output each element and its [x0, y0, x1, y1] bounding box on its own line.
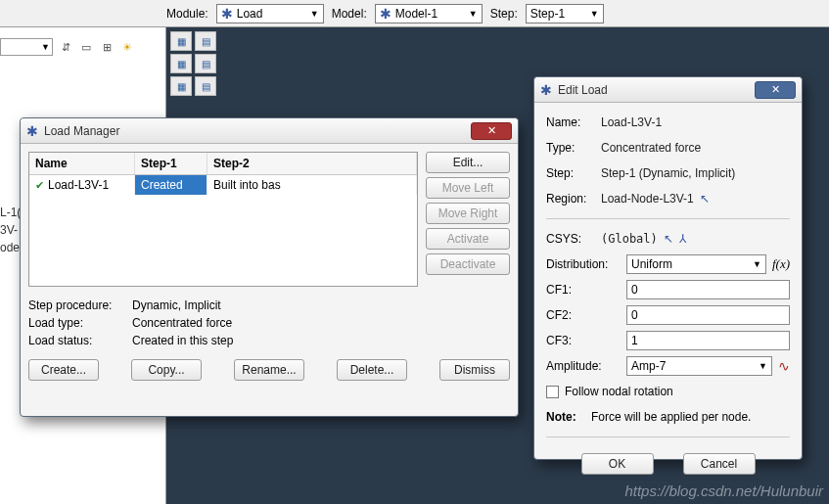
- amplitude-curve-icon[interactable]: ∿: [778, 358, 790, 374]
- pick-csys-icon[interactable]: ↖: [664, 232, 673, 246]
- amplitude-label: Amplitude:: [546, 359, 621, 373]
- palette-btn-5[interactable]: ▦: [170, 76, 192, 96]
- palette-btn-4[interactable]: ▤: [195, 54, 216, 73]
- module-icon: ✱: [221, 7, 233, 21]
- distribution-select[interactable]: Uniform▼: [626, 254, 766, 274]
- folder-icon[interactable]: ▭: [77, 38, 95, 56]
- load-type-value: Concentrated force: [132, 314, 232, 332]
- edit-load-dialog: ✱ Edit Load ✕ Name:Load-L3V-1 Type:Conce…: [533, 76, 803, 460]
- step-label: Step:: [546, 166, 595, 180]
- ok-button[interactable]: OK: [581, 453, 654, 475]
- watermark: https://blog.csdn.net/Hulunbuir: [624, 482, 823, 499]
- close-button[interactable]: ✕: [471, 122, 512, 140]
- row-step2: Built into bas: [207, 175, 417, 195]
- activate-button[interactable]: Activate: [426, 228, 510, 250]
- csys-value: (Global): [601, 232, 658, 246]
- palette-btn-1[interactable]: ▦: [170, 31, 192, 51]
- csys-label: CSYS:: [546, 232, 595, 246]
- updown-icon[interactable]: ⇵: [57, 38, 74, 56]
- region-value: Load-Node-L3V-1: [601, 192, 694, 206]
- chevron-down-icon: ▼: [753, 259, 761, 269]
- dismiss-button[interactable]: Dismiss: [439, 359, 510, 381]
- load-status-label: Load status:: [28, 332, 126, 349]
- close-button[interactable]: ✕: [755, 81, 796, 99]
- cf3-input[interactable]: 1: [626, 331, 790, 350]
- axes-icon[interactable]: ⅄: [679, 232, 686, 246]
- cf3-label: CF3:: [546, 334, 621, 347]
- chevron-down-icon: ▼: [310, 9, 319, 19]
- palette-btn-3[interactable]: ▦: [170, 54, 192, 73]
- type-value: Concentrated force: [601, 141, 701, 155]
- check-icon: ✔: [35, 179, 44, 192]
- app-icon: ✱: [540, 83, 552, 97]
- cf2-label: CF2:: [546, 308, 621, 322]
- tree-icon[interactable]: ⊞: [98, 38, 115, 56]
- top-toolbar: Module: ✱ Load ▼ Model: ✱ Model-1 ▼ Step…: [0, 0, 829, 27]
- edit-load-title: Edit Load: [558, 83, 608, 97]
- step-proc-label: Step procedure:: [28, 297, 126, 314]
- model-tree-fragment: L-1( 3V- ode: [0, 204, 20, 256]
- table-row[interactable]: ✔Load-L3V-1 Created Built into bas: [29, 175, 417, 195]
- module-value: Load: [237, 7, 263, 21]
- move-right-button[interactable]: Move Right: [426, 203, 510, 224]
- chevron-down-icon: ▼: [759, 361, 767, 371]
- step-label: Step:: [490, 7, 518, 21]
- load-type-label: Load type:: [28, 314, 126, 332]
- edit-button[interactable]: Edit...: [426, 152, 510, 173]
- create-button[interactable]: Create...: [28, 359, 99, 381]
- amplitude-value: Amp-7: [631, 359, 666, 373]
- cf1-input[interactable]: 0: [626, 280, 790, 299]
- move-left-button[interactable]: Move Left: [426, 177, 510, 199]
- fx-button[interactable]: f(x): [772, 256, 790, 272]
- palette-btn-6[interactable]: ▤: [195, 76, 216, 96]
- region-label: Region:: [546, 192, 595, 206]
- load-status-value: Created in this step: [132, 332, 233, 349]
- model-value: Model-1: [395, 7, 438, 21]
- step-proc-value: Dynamic, Implicit: [132, 297, 221, 314]
- note-label: Note:: [546, 410, 576, 424]
- load-manager-titlebar[interactable]: ✱ Load Manager ✕: [21, 118, 518, 144]
- row-step1: Created: [135, 175, 207, 195]
- distribution-label: Distribution:: [546, 257, 621, 271]
- follow-nodal-checkbox[interactable]: [546, 386, 559, 398]
- chevron-down-icon: ▼: [590, 9, 599, 19]
- delete-button[interactable]: Delete...: [337, 359, 407, 381]
- col-name[interactable]: Name: [29, 153, 135, 174]
- col-step1[interactable]: Step-1: [135, 153, 207, 174]
- load-manager-dialog: ✱ Load Manager ✕ Name Step-1 Step-2 ✔Loa…: [20, 117, 519, 417]
- chevron-down-icon: ▼: [41, 42, 50, 52]
- load-table: Name Step-1 Step-2 ✔Load-L3V-1 Created B…: [28, 152, 418, 287]
- model-select[interactable]: ✱ Model-1 ▼: [375, 4, 483, 23]
- module-select[interactable]: ✱ Load ▼: [216, 4, 324, 23]
- name-label: Name:: [546, 115, 595, 129]
- step-select[interactable]: Step-1 ▼: [526, 4, 604, 23]
- tool-palette: ▦ ▤ ▦ ▤ ▦ ▤: [168, 29, 219, 98]
- step-value: Step-1 (Dynamic, Implicit): [601, 166, 735, 180]
- edit-load-titlebar[interactable]: ✱ Edit Load ✕: [534, 77, 802, 103]
- app-icon: ✱: [26, 124, 38, 138]
- col-step2[interactable]: Step-2: [207, 153, 417, 174]
- cf1-label: CF1:: [546, 283, 621, 297]
- model-icon: ✱: [380, 7, 391, 21]
- cancel-button[interactable]: Cancel: [683, 453, 756, 475]
- rename-button[interactable]: Rename...: [234, 359, 304, 381]
- name-value: Load-L3V-1: [601, 115, 662, 129]
- distribution-value: Uniform: [631, 257, 672, 271]
- cf2-input[interactable]: 0: [626, 305, 790, 325]
- type-label: Type:: [546, 141, 595, 155]
- row-name: Load-L3V-1: [48, 178, 109, 192]
- module-label: Module:: [166, 7, 208, 21]
- load-manager-title: Load Manager: [44, 124, 119, 138]
- bulb-icon[interactable]: ☀: [118, 38, 136, 56]
- amplitude-select[interactable]: Amp-7▼: [626, 356, 772, 376]
- step-value: Step-1: [530, 7, 565, 21]
- left-dropdown[interactable]: ▼: [0, 38, 53, 56]
- copy-button[interactable]: Copy...: [131, 359, 202, 381]
- palette-btn-2[interactable]: ▤: [195, 31, 216, 51]
- model-label: Model:: [332, 7, 367, 21]
- load-info: Step procedure:Dynamic, Implicit Load ty…: [28, 297, 510, 349]
- chevron-down-icon: ▼: [469, 9, 478, 19]
- cursor-icon[interactable]: ↖: [700, 192, 710, 206]
- deactivate-button[interactable]: Deactivate: [426, 253, 510, 275]
- follow-nodal-label: Follow nodal rotation: [565, 385, 673, 398]
